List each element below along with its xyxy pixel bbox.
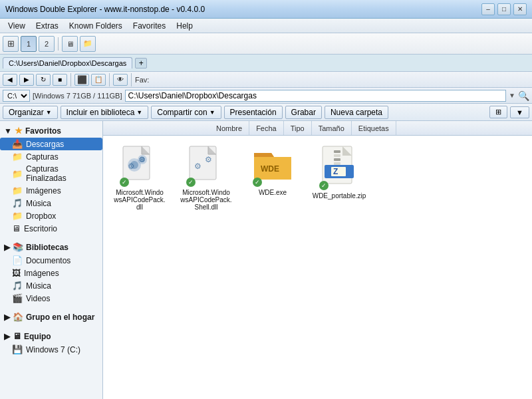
libraries-icon: 📚 — [13, 242, 23, 252]
sidebar-homegroup-header[interactable]: ▶ 🏠 Grupo en el hogar — [0, 310, 102, 324]
sidebar-item-escritorio[interactable]: 🖥 Escritorio — [0, 222, 102, 235]
svg-text:⚙: ⚙ — [138, 155, 146, 164]
sidebar-item-dropbox[interactable]: 📁 Dropbox — [0, 209, 102, 222]
musica-label: Música — [26, 199, 51, 208]
sidebar-item-capturas[interactable]: 📁 Capturas — [0, 150, 102, 163]
pane-icon-button[interactable]: ⊞ — [3, 36, 19, 52]
address-tab[interactable]: C:\Users\Daniel\Dropbox\Descargas — [3, 57, 132, 68]
maximize-button[interactable]: □ — [497, 3, 511, 15]
monitor-button[interactable]: 🖥 — [62, 36, 78, 52]
forward-button[interactable]: ▶ — [19, 74, 34, 86]
favorites-label: Favoritos — [25, 126, 61, 136]
sidebar-item-imagenes2[interactable]: 🖼 Imágenes — [0, 267, 102, 279]
videos-label: Videos — [26, 294, 50, 303]
svg-text:⚙: ⚙ — [128, 162, 135, 171]
new-folder-label: Nueva carpeta — [331, 108, 382, 117]
copy-button[interactable]: ⬛ — [74, 74, 89, 86]
sidebar-item-musica[interactable]: 🎵 Música — [0, 197, 102, 209]
toolbar: ⊞ 1 2 🖥 📁 — [0, 33, 532, 55]
col-fecha[interactable]: Fecha — [249, 121, 284, 135]
search-icon[interactable]: 🔍 — [518, 90, 529, 101]
add-tab-button[interactable]: + — [135, 58, 147, 68]
back-button[interactable]: ◀ — [3, 74, 17, 86]
sidebar-computer-header[interactable]: ▶ 🖥 Equipo — [0, 329, 102, 343]
col-etiquetas[interactable]: Etiquetas — [352, 121, 396, 135]
col-tipo[interactable]: Tipo — [284, 121, 312, 135]
nav-sep3 — [131, 73, 132, 86]
imagenes-label: Imágenes — [26, 186, 61, 196]
sidebar-item-videos[interactable]: 🎬 Videos — [0, 292, 102, 305]
libraries-label: Bibliotecas — [26, 243, 68, 252]
nav-sep1 — [70, 73, 71, 86]
close-button[interactable]: ✕ — [513, 3, 527, 15]
videos-icon: 🎬 — [12, 293, 23, 303]
minimize-button[interactable]: – — [481, 3, 495, 15]
menu-known-folders[interactable]: Known Folders — [64, 20, 128, 32]
file-item-dll2[interactable]: ⚙ ⚙ ✓ Microsoft.Windo wsAPICodePack. She… — [176, 142, 236, 213]
dll1-check-icon: ✓ — [120, 178, 129, 187]
sidebar-item-documentos[interactable]: 📄 Documentos — [0, 254, 102, 267]
exe-icon-wrap: WDE ✓ — [253, 145, 293, 187]
homegroup-label: Grupo en el hogar — [26, 313, 94, 322]
computer-icon: 🖥 — [13, 331, 21, 341]
folder-button[interactable]: 📁 — [80, 36, 96, 52]
menubar: View Extras Known Folders Favorites Help — [0, 19, 532, 33]
sidebar-item-win7[interactable]: 💾 Windows 7 (C:) — [0, 343, 102, 356]
menu-extras[interactable]: Extras — [31, 20, 64, 32]
view-more-button[interactable]: ▼ — [510, 106, 529, 118]
view-button[interactable]: 👁 — [113, 74, 128, 86]
view-mode-button[interactable]: ⊞ — [489, 106, 507, 118]
zip-name: WDE_portable.zip — [313, 192, 366, 200]
file-item-dll1[interactable]: ⚙ ⚙ ✓ Microsoft.Windo wsAPICodePack. dll — [110, 142, 170, 213]
presentation-button[interactable]: Presentación — [224, 106, 283, 119]
dll2-name: Microsoft.Windo wsAPICodePack. Shell.dll — [179, 189, 233, 211]
col-tamano[interactable]: Tamaño — [312, 121, 352, 135]
include-label: Incluir en biblioteca — [66, 108, 135, 117]
file-area: ⚙ ⚙ ✓ Microsoft.Windo wsAPICodePack. dll… — [103, 136, 532, 399]
refresh-button[interactable]: ↻ — [36, 74, 51, 86]
menu-favorites[interactable]: Favorites — [128, 20, 171, 32]
navbar: ◀ ▶ ↻ ■ ⬛ 📋 👁 Fav: — [0, 72, 532, 88]
menu-help[interactable]: Help — [171, 20, 198, 32]
stop-button[interactable]: ■ — [53, 74, 67, 86]
svg-rect-22 — [334, 162, 340, 165]
homegroup-arrow-icon: ▶ — [4, 313, 10, 322]
include-library-button[interactable]: Incluir en biblioteca ▼ — [61, 106, 149, 119]
escritorio-label: Escritorio — [24, 224, 57, 233]
dll2-icon-wrap: ⚙ ⚙ ✓ — [186, 145, 226, 187]
path-box[interactable]: C:\Users\Daniel\Dropbox\Descargas — [125, 90, 507, 102]
record-button[interactable]: Grabar — [285, 106, 322, 119]
share-button[interactable]: Compartir con ▼ — [151, 106, 221, 119]
include-arrow: ▼ — [136, 109, 142, 116]
col-nombre[interactable]: Nombre — [209, 121, 249, 135]
pane1-button[interactable]: 1 — [21, 36, 37, 52]
computer-arrow-icon: ▶ — [4, 332, 10, 341]
file-item-exe[interactable]: WDE ✓ WDE.exe — [243, 142, 303, 213]
sidebar-libraries-header[interactable]: ▶ 📚 Bibliotecas — [0, 240, 102, 254]
titlebar-title: Windows Double Explorer - www.it-nonstop… — [5, 5, 205, 14]
path-text: C:\Users\Daniel\Dropbox\Descargas — [128, 91, 257, 100]
sidebar-favorites-header[interactable]: ▼ ★ Favoritos — [0, 124, 102, 138]
homegroup-icon: 🏠 — [13, 312, 23, 322]
dll2-check-icon: ✓ — [186, 178, 196, 187]
record-label: Grabar — [291, 108, 316, 117]
menu-view[interactable]: View — [3, 20, 31, 32]
path-dropdown-arrow[interactable]: ▼ — [509, 92, 515, 99]
sidebar-item-musica2[interactable]: 🎵 Música — [0, 279, 102, 292]
share-label: Compartir con — [157, 108, 207, 117]
escritorio-icon: 🖥 — [12, 223, 21, 233]
presentation-label: Presentación — [230, 108, 277, 117]
paste-button[interactable]: 📋 — [91, 74, 106, 86]
organize-button[interactable]: Organizar ▼ — [3, 106, 58, 119]
new-folder-button[interactable]: Nueva carpeta — [325, 106, 388, 119]
sidebar-item-descargas[interactable]: 📥 Descargas — [0, 138, 102, 150]
nav-sep2 — [109, 73, 110, 86]
exe-name: WDE.exe — [259, 189, 287, 196]
pane2-button[interactable]: 2 — [39, 36, 55, 52]
sidebar-item-capturas-finalizadas[interactable]: 📁 Capturas Finalizadas — [0, 163, 102, 184]
file-item-zip[interactable]: Z ✓ WDE_portable.zip — [309, 142, 369, 213]
sidebar-item-imagenes[interactable]: 📁 Imágenes — [0, 184, 102, 197]
column-headers: Nombre Fecha Tipo Tamaño Etiquetas — [103, 121, 532, 136]
main-wrapper: Nombre Fecha Tipo Tamaño Etiquetas — [103, 121, 532, 399]
drive-select[interactable]: C:\ — [3, 90, 30, 102]
